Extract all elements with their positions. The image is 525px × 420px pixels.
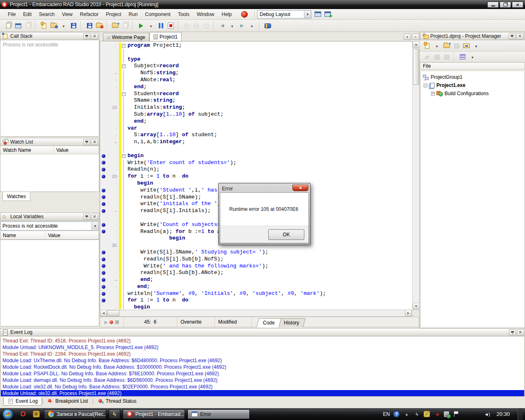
event-log-entry[interactable]: Module Unload: UNKNOWN_MODULE_5. Process… xyxy=(1,344,524,351)
up-tray-icon[interactable]: ▴ xyxy=(403,411,410,418)
network-tray-icon[interactable] xyxy=(473,411,480,418)
taskbar-item-project1-embarcad-[interactable]: Project1 - Embarcad... xyxy=(123,409,185,419)
tab-thread-status[interactable]: Thread Status xyxy=(94,397,140,406)
tab-event-log[interactable]: Event Log xyxy=(3,397,42,406)
gutter-breakpoint-cell[interactable] xyxy=(100,283,107,290)
local-variables-header[interactable]: Local Variables xyxy=(0,212,99,221)
close-page-icon[interactable]: × xyxy=(412,34,419,40)
scroll-thumb[interactable] xyxy=(107,310,119,316)
program-reset-icon[interactable] xyxy=(166,21,176,31)
tab-project1[interactable]: Project1 xyxy=(149,32,182,41)
show-desktop-button[interactable] xyxy=(518,408,523,420)
local-variables-body[interactable] xyxy=(0,240,99,326)
restore-button[interactable] xyxy=(500,2,511,8)
breakpoint-dot-icon[interactable] xyxy=(102,264,105,268)
pin-icon[interactable] xyxy=(509,329,516,336)
menu-refactor[interactable]: Refactor xyxy=(76,10,102,19)
pause-icon[interactable] xyxy=(156,21,166,31)
gutter-breakpoint-cell[interactable] xyxy=(100,228,107,235)
language-indicator[interactable]: EN xyxy=(383,411,390,418)
breakpoint-dot-icon[interactable] xyxy=(102,154,105,158)
run-icon[interactable] xyxy=(136,21,146,31)
macro-stop-icon[interactable] xyxy=(115,320,119,324)
gutter-breakpoint-cell[interactable] xyxy=(100,256,107,263)
pin-icon[interactable] xyxy=(83,214,90,220)
macro-record-icon[interactable] xyxy=(110,320,113,324)
horn-tray-icon[interactable]: ◄ xyxy=(434,411,440,418)
gutter-breakpoint-cell[interactable] xyxy=(100,91,107,98)
tab-code[interactable]: Code xyxy=(256,318,281,327)
close-icon[interactable] xyxy=(516,33,523,39)
event-log-body[interactable]: Thread Exit: Thread ID: 4516. Process Pr… xyxy=(0,337,525,397)
close-button[interactable] xyxy=(512,2,523,8)
chevron-down-icon[interactable]: ▾ xyxy=(91,222,98,230)
close-icon[interactable] xyxy=(517,329,524,336)
breakpoint-dot-icon[interactable] xyxy=(102,285,105,289)
open-file-icon[interactable] xyxy=(49,21,59,31)
tab-breakpoint-list[interactable]: Breakpoint List xyxy=(44,397,92,406)
help-tray-icon[interactable]: ? xyxy=(393,411,399,417)
paste-icon[interactable] xyxy=(3,21,13,31)
chevron-down-icon[interactable]: ▾ xyxy=(304,11,311,18)
gutter-breakpoint-cell[interactable] xyxy=(100,63,107,70)
menu-search[interactable]: Search xyxy=(35,10,58,19)
breakpoint-dot-icon[interactable] xyxy=(102,251,105,254)
menu-file[interactable]: File xyxy=(4,10,19,19)
pm-new-icon[interactable] xyxy=(422,41,432,51)
event-log-entry[interactable]: Module Load: ole32.dll. No Debug Info. B… xyxy=(1,383,524,390)
pm-new-dropdown[interactable] xyxy=(432,41,442,51)
clock[interactable]: 20:30 xyxy=(494,411,514,417)
minimize-button[interactable] xyxy=(487,2,499,8)
menu-help[interactable]: Help xyxy=(218,10,235,19)
breakpoint-dot-icon[interactable] xyxy=(102,223,105,227)
tab-welcome-page[interactable]: Welcome Page xyxy=(103,33,149,41)
project-tree[interactable]: ProjectGroup1 − Project1.exe + Build Con… xyxy=(420,71,525,328)
gutter-breakpoint-cell[interactable] xyxy=(100,304,107,309)
taskbar-item-записи-в-pascal-rec-[interactable]: Записи в Pascal(Rec... xyxy=(44,409,106,419)
event-log-entry[interactable]: Module Load: UxTheme.dll. No Debug Info.… xyxy=(1,357,524,364)
pm-open-icon[interactable] xyxy=(442,41,452,51)
editor-horizontal-scrollbar[interactable]: ◄ ► xyxy=(100,310,412,317)
globe-tray-icon[interactable]: ✓ xyxy=(424,411,430,417)
open-project-icon[interactable] xyxy=(94,21,104,31)
menu-view[interactable]: View xyxy=(58,10,76,19)
pm-view-dropdown[interactable] xyxy=(471,41,481,51)
gutter-breakpoint-cell[interactable] xyxy=(100,42,107,49)
flag-tray-icon[interactable] xyxy=(453,411,459,418)
breakpoint-dot-icon[interactable] xyxy=(102,202,105,206)
taskbar-item-error[interactable]: Error xyxy=(187,409,250,419)
save-desktop-icon[interactable] xyxy=(315,11,321,17)
breakpoint-dot-icon[interactable] xyxy=(102,195,105,199)
ok-button[interactable]: OK xyxy=(268,229,304,240)
usb-tray-icon[interactable] xyxy=(444,411,449,417)
menu-run[interactable]: Run xyxy=(125,10,142,19)
gutter-breakpoint-cell[interactable] xyxy=(100,77,107,84)
collapse-icon[interactable]: − xyxy=(424,84,427,87)
event-log-entry[interactable]: Module Load: dwmapi.dll. No Debug Info. … xyxy=(1,377,524,383)
gutter-breakpoint-cell[interactable] xyxy=(100,70,107,77)
value-column[interactable]: Value xyxy=(46,231,99,239)
tab-history[interactable]: History xyxy=(277,318,306,327)
new-item-icon[interactable] xyxy=(39,21,49,31)
close-icon[interactable] xyxy=(91,33,98,39)
gutter-breakpoint-cell[interactable] xyxy=(100,235,107,242)
gutter-breakpoint-cell[interactable] xyxy=(100,208,107,215)
gutter-breakpoint-cell[interactable] xyxy=(100,146,107,153)
breakpoint-dot-icon[interactable] xyxy=(102,292,105,296)
menu-window[interactable]: Window xyxy=(193,10,218,19)
scroll-down-icon[interactable]: ▼ xyxy=(413,303,420,310)
menu-project[interactable]: Project xyxy=(102,10,125,19)
macro-play-icon[interactable]: ▶ xyxy=(105,320,108,324)
gutter-breakpoint-cell[interactable] xyxy=(100,201,107,208)
event-log-entry[interactable]: Module Load: PSAPI.DLL. No Debug Info. B… xyxy=(1,370,524,377)
breakpoint-dot-icon[interactable] xyxy=(102,168,105,171)
help-icon[interactable] xyxy=(263,21,273,31)
gutter-breakpoint-cell[interactable] xyxy=(100,139,107,146)
gutter-breakpoint-cell[interactable] xyxy=(100,111,107,118)
error-dialog-titlebar[interactable]: Error ✕ xyxy=(220,185,309,192)
call-stack-body[interactable]: Process is not accessible xyxy=(0,40,99,137)
menu-tools[interactable]: Tools xyxy=(174,10,193,19)
open-file-dropdown[interactable] xyxy=(59,21,68,31)
set-debug-desktop-icon[interactable] xyxy=(324,11,331,17)
project-manager-header[interactable]: Project1.dproj - Project Manager xyxy=(420,32,525,40)
